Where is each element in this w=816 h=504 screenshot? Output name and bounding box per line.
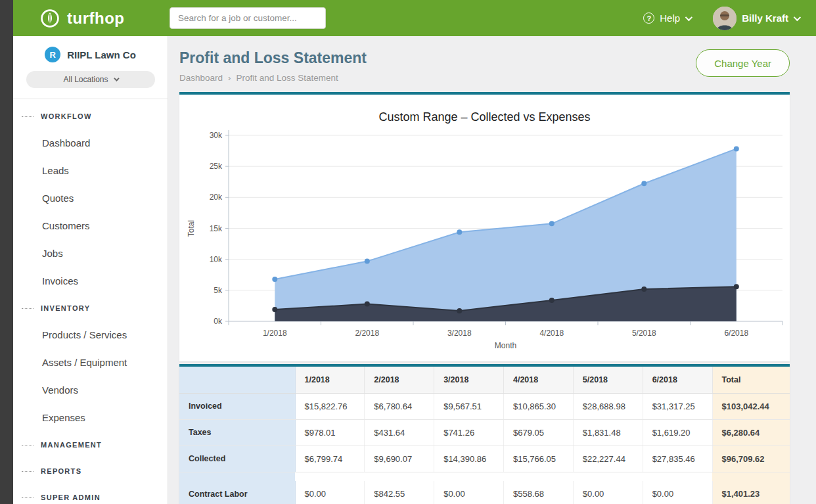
table-header-blank [179, 367, 295, 393]
svg-text:Total: Total [187, 220, 196, 237]
svg-text:6/2018: 6/2018 [724, 329, 748, 338]
pl-table-card: 1/20182/20183/20184/20185/20186/2018Tota… [179, 364, 790, 504]
cell-value: $15,766.05 [503, 446, 573, 472]
locations-dropdown[interactable]: All Locations [26, 71, 155, 88]
table-header-total: Total [712, 367, 790, 393]
sidebar-item-jobs[interactable]: Jobs [13, 240, 168, 267]
logo-text: turfhop [67, 9, 124, 28]
row-label: Collected [179, 446, 295, 472]
user-name: Billy Kraft [742, 12, 788, 24]
locations-label: All Locations [63, 75, 108, 84]
svg-text:3/2018: 3/2018 [447, 329, 472, 338]
chevron-down-icon [794, 13, 801, 20]
cell-value: $9,567.51 [434, 393, 504, 419]
sidebar-item-leads[interactable]: Leads [13, 157, 168, 185]
company-row[interactable]: R RIIPL Lawn Co [13, 47, 168, 62]
chevron-down-icon [114, 76, 119, 81]
breadcrumb-current: Profit and Loss Statement [236, 73, 338, 83]
row-label: Invoiced [179, 393, 295, 419]
svg-text:1/2018: 1/2018 [263, 329, 287, 338]
sidebar-item-vendors[interactable]: Vendors [13, 377, 168, 404]
user-menu[interactable]: Billy Kraft [713, 7, 799, 30]
svg-text:4/2018: 4/2018 [539, 329, 564, 338]
page-head: Profit and Loss Statement Dashboard › Pr… [179, 49, 790, 83]
chart-card: Custom Range – Collected vs Expenses 0k5… [179, 92, 790, 361]
cell-value: $0.00 [643, 481, 712, 504]
help-menu[interactable]: ? Help [643, 12, 691, 24]
breadcrumb-dashboard[interactable]: Dashboard [179, 73, 223, 83]
window-edge [0, 0, 13, 504]
cell-value: $6,799.74 [295, 446, 365, 472]
search-input[interactable] [170, 7, 326, 29]
svg-text:30k: 30k [210, 131, 223, 140]
nav-section-management: MANAGEMENT [13, 432, 168, 458]
cell-value: $978.01 [295, 419, 365, 446]
row-total: $103,042.44 [712, 393, 790, 419]
row-total: $96,709.62 [712, 446, 790, 472]
pl-chart: 0k5k10k15k20k25k30k1/20182/20183/20184/2… [179, 126, 789, 352]
sidebar-nav: WORKFLOWDashboardLeadsQuotesCustomersJob… [13, 99, 168, 504]
company-badge: R [45, 47, 60, 62]
cell-value: $28,688.98 [573, 393, 643, 419]
cell-value: $27,835.46 [643, 446, 712, 472]
table-header-6-2018: 6/2018 [643, 367, 712, 393]
cell-value: $14,390.86 [434, 446, 504, 472]
table-header-4-2018: 4/2018 [503, 367, 573, 393]
table-row-invoiced: Invoiced$15,822.76$6,780.64$9,567.51$10,… [179, 393, 790, 419]
svg-text:5k: 5k [214, 286, 223, 295]
svg-text:25k: 25k [210, 162, 223, 171]
table-row-collected: Collected$6,799.74$9,690.07$14,390.86$15… [179, 446, 790, 472]
cell-value: $1,831.48 [573, 419, 643, 446]
nav-section-super-admin: SUPER ADMIN [13, 484, 168, 504]
cell-value: $6,780.64 [365, 393, 434, 419]
row-total: $1,401.23 [712, 481, 790, 504]
sidebar-item-dashboard[interactable]: Dashboard [13, 129, 168, 157]
sidebar-item-products-services[interactable]: Products / Services [13, 321, 168, 349]
breadcrumb: Dashboard › Profit and Loss Statement [179, 73, 367, 83]
svg-text:Month: Month [495, 341, 516, 350]
row-label: Taxes [179, 419, 295, 446]
cell-value: $9,690.07 [365, 446, 434, 472]
sidebar-item-customers[interactable]: Customers [13, 212, 168, 240]
help-icon: ? [643, 12, 654, 24]
nav-section-workflow: WORKFLOW [13, 103, 168, 129]
cell-value: $842.55 [365, 481, 434, 504]
turfhop-logo[interactable]: turfhop [39, 8, 170, 29]
sidebar-item-quotes[interactable]: Quotes [13, 185, 168, 212]
row-label: Contract Labor [179, 481, 295, 504]
company-name: RIIPL Lawn Co [67, 49, 136, 60]
turfhop-logo-icon [39, 8, 60, 29]
avatar [713, 7, 737, 30]
svg-text:15k: 15k [210, 224, 223, 233]
page-title: Profit and Loss Statement [179, 49, 367, 67]
svg-text:2/2018: 2/2018 [355, 329, 379, 338]
table-row-contract-labor: Contract Labor$0.00$842.55$0.00$558.68$0… [179, 481, 790, 504]
cell-value: $15,822.76 [295, 393, 365, 419]
cell-value: $22,227.44 [573, 446, 643, 472]
svg-text:0k: 0k [214, 317, 223, 326]
sidebar-item-assets-equipment[interactable]: Assets / Equipment [13, 349, 168, 377]
table-header-3-2018: 3/2018 [434, 367, 504, 393]
change-year-button[interactable]: Change Year [696, 49, 790, 77]
cell-value: $0.00 [434, 481, 504, 504]
main-content: Profit and Loss Statement Dashboard › Pr… [168, 36, 816, 504]
cell-value: $10,865.30 [503, 393, 573, 419]
cell-value: $0.00 [573, 481, 643, 504]
sidebar-item-invoices[interactable]: Invoices [13, 267, 168, 295]
pl-table: 1/20182/20183/20184/20185/20186/2018Tota… [179, 367, 790, 504]
cell-value: $431.64 [365, 419, 434, 446]
table-header-2-2018: 2/2018 [365, 367, 434, 393]
sidebar: R RIIPL Lawn Co All Locations WORKFLOWDa… [13, 36, 168, 504]
nav-section-reports: REPORTS [13, 458, 168, 484]
chart-title: Custom Range – Collected vs Expenses [179, 110, 790, 124]
chevron-down-icon [685, 13, 692, 20]
cell-value: $1,619.20 [643, 419, 712, 446]
svg-text:10k: 10k [210, 255, 223, 264]
sidebar-item-expenses[interactable]: Expenses [13, 404, 168, 432]
table-spacer-row [179, 472, 790, 481]
cell-value: $31,317.25 [643, 393, 712, 419]
table-row-taxes: Taxes$978.01$431.64$741.26$679.05$1,831.… [179, 419, 790, 446]
cell-value: $679.05 [503, 419, 573, 446]
cell-value: $741.26 [434, 419, 504, 446]
breadcrumb-separator-icon: › [228, 73, 231, 83]
